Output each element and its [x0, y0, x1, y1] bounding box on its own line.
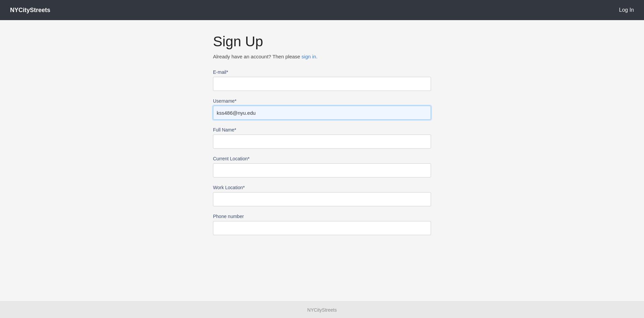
- form-container: Sign Up Already have an account? Then pl…: [213, 34, 431, 243]
- email-group: E-mail*: [213, 69, 431, 91]
- page-content: Sign Up Already have an account? Then pl…: [0, 20, 644, 301]
- username-group: Username*: [213, 98, 431, 120]
- current-location-group: Current Location*: [213, 156, 431, 177]
- footer: NYCityStreets: [0, 301, 644, 318]
- current-location-label: Current Location*: [213, 156, 431, 161]
- login-button[interactable]: Log In: [619, 7, 634, 13]
- phone-group: Phone number: [213, 214, 431, 235]
- nav-brand: NYCityStreets: [10, 7, 50, 14]
- fullname-group: Full Name*: [213, 127, 431, 149]
- username-label: Username*: [213, 98, 431, 104]
- phone-input[interactable]: [213, 221, 431, 235]
- footer-text: NYCityStreets: [307, 307, 337, 313]
- work-location-group: Work Location*: [213, 185, 431, 206]
- subtitle: Already have an account? Then please sig…: [213, 54, 431, 59]
- fullname-input[interactable]: [213, 135, 431, 149]
- email-input[interactable]: [213, 77, 431, 91]
- username-input[interactable]: [213, 106, 431, 120]
- sign-in-link[interactable]: sign in.: [302, 54, 318, 59]
- page-title: Sign Up: [213, 34, 431, 50]
- current-location-input[interactable]: [213, 163, 431, 177]
- work-location-label: Work Location*: [213, 185, 431, 190]
- work-location-input[interactable]: [213, 192, 431, 206]
- fullname-label: Full Name*: [213, 127, 431, 132]
- email-label: E-mail*: [213, 69, 431, 75]
- subtitle-text: Already have an account? Then please: [213, 54, 302, 59]
- navbar: NYCityStreets Log In: [0, 0, 644, 20]
- phone-label: Phone number: [213, 214, 431, 219]
